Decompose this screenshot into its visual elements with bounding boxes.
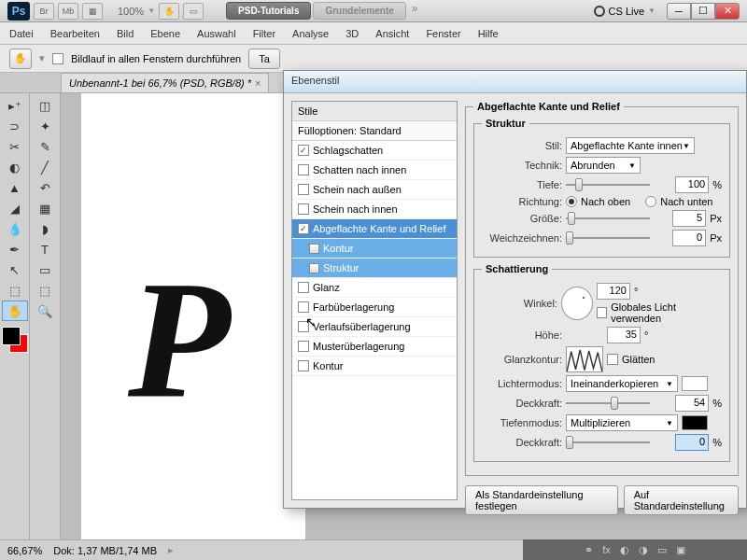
check-icon[interactable] (298, 184, 309, 195)
stamp-tool[interactable]: ▲ (2, 177, 28, 198)
shadow-color[interactable] (682, 415, 708, 430)
style-muster[interactable]: Musterüberlagerung (292, 337, 457, 357)
type-tool[interactable]: T (32, 239, 58, 259)
reset-default-button[interactable]: Auf Standardeinstellung (624, 485, 739, 515)
technik-select[interactable]: Abrunden▼ (566, 157, 641, 174)
check-icon[interactable] (298, 164, 309, 175)
close-tab-icon[interactable]: × (255, 77, 261, 89)
fill-options[interactable]: Fülloptionen: Standard (292, 121, 457, 141)
deck1-input[interactable]: 54 (675, 395, 709, 412)
bridge-btn[interactable]: Br (34, 3, 54, 20)
zoom-tool[interactable]: 🔍 (32, 301, 58, 321)
maximize-button[interactable]: ☐ (691, 3, 715, 20)
lichter-select[interactable]: Ineinanderkopieren▼ (566, 375, 678, 392)
adjustment-icon[interactable]: ◑ (639, 544, 648, 556)
dodge-tool[interactable]: ◗ (32, 218, 58, 239)
tiefe-input[interactable]: 100 (675, 176, 709, 193)
check-icon[interactable] (298, 203, 309, 215)
close-button[interactable]: ✕ (715, 3, 740, 20)
wand-tool[interactable]: ✦ (32, 116, 58, 136)
stil-select[interactable]: Abgeflachte Kante innen▼ (566, 137, 695, 154)
menu-filter[interactable]: Filter (253, 28, 275, 39)
screen-mode-btn[interactable]: ▭ (183, 3, 204, 20)
style-kontur2[interactable]: Kontur (292, 357, 457, 376)
menu-auswahl[interactable]: Auswahl (197, 28, 236, 39)
radio-down[interactable] (645, 196, 656, 207)
style-verlauf[interactable]: Verlaufsüberlagerung (292, 317, 457, 337)
contour-picker[interactable] (566, 346, 603, 372)
history-brush-tool[interactable]: ↶ (32, 177, 58, 198)
workspace-tab-inactive[interactable]: Grundelemente (313, 2, 405, 20)
style-kontur-sub[interactable]: Kontur (292, 239, 457, 259)
check-icon[interactable] (298, 301, 309, 313)
more-workspaces-icon[interactable]: » (412, 2, 418, 20)
3d-tool[interactable]: ⬚ (2, 280, 28, 301)
menu-bild[interactable]: Bild (117, 28, 134, 39)
minimize-button[interactable]: ─ (667, 3, 691, 20)
hoehe-input[interactable]: 35 (607, 327, 641, 343)
new-layer-icon[interactable]: ▣ (676, 544, 685, 556)
minibridge-btn[interactable]: Mb (58, 3, 78, 20)
folder-icon[interactable]: ▭ (657, 544, 667, 556)
gradient-tool[interactable]: ▦ (32, 198, 58, 218)
check-icon[interactable] (298, 341, 309, 352)
check-icon[interactable] (298, 223, 309, 234)
menu-analyse[interactable]: Analyse (292, 28, 329, 39)
scroll-all-checkbox[interactable] (52, 53, 63, 64)
deck2-slider[interactable] (566, 435, 671, 450)
check-icon[interactable] (298, 282, 309, 293)
check-icon[interactable] (298, 360, 309, 371)
angle-widget[interactable] (561, 287, 593, 320)
hand-tool[interactable]: ✋ (2, 301, 28, 321)
global-light-check[interactable] (597, 307, 607, 318)
groesse-slider[interactable] (566, 211, 669, 226)
3d-camera-tool[interactable]: ⬚ (32, 280, 58, 301)
cslive-label[interactable]: CS Live (609, 6, 645, 17)
zoom-percent[interactable]: 100% (118, 6, 144, 17)
heal-tool[interactable]: ◐ (2, 157, 28, 177)
styles-header[interactable]: Stile (292, 102, 457, 121)
menu-bearbeiten[interactable]: Bearbeiten (50, 28, 100, 39)
hand-tool-icon[interactable]: ✋ (9, 49, 32, 69)
eyedropper-tool[interactable]: ✎ (32, 136, 58, 157)
view-extras-btn[interactable]: ▦ (82, 3, 103, 20)
check-icon[interactable] (298, 321, 309, 332)
link-icon[interactable]: ⚭ (585, 544, 593, 556)
menu-fenster[interactable]: Fenster (426, 28, 460, 39)
weich-input[interactable]: 0 (672, 230, 706, 246)
winkel-input[interactable]: 120 (597, 283, 630, 300)
style-farbueberlagerung[interactable]: Farbüberlagerung (292, 298, 457, 317)
pen-tool[interactable]: ✒ (2, 239, 28, 259)
menu-3d[interactable]: 3D (345, 28, 359, 39)
menu-ansicht[interactable]: Ansicht (375, 28, 409, 39)
status-docsize[interactable]: Dok: 1,37 MB/1,74 MB (53, 545, 157, 556)
move-tool[interactable]: ▸⁺ (2, 95, 28, 116)
glaetten-check[interactable] (607, 354, 618, 365)
style-schein-aussen[interactable]: Schein nach außen (292, 180, 457, 200)
eraser-tool[interactable]: ◢ (2, 198, 28, 218)
canvas[interactable]: P (81, 93, 305, 560)
crop-tool[interactable]: ✂ (2, 136, 28, 157)
brush-tool[interactable]: ╱ (32, 157, 58, 177)
fx-icon[interactable]: fx (602, 544, 611, 555)
style-glanz[interactable]: Glanz (292, 278, 457, 298)
status-zoom[interactable]: 66,67% (7, 545, 42, 556)
highlight-color[interactable] (682, 376, 708, 391)
tiefen-select[interactable]: Multiplizieren▼ (566, 414, 678, 431)
mask-icon[interactable]: ◐ (620, 544, 629, 556)
fg-color-swatch[interactable] (2, 327, 21, 345)
style-bevel-selected[interactable]: Abgeflachte Kante und Relief (292, 219, 457, 239)
dialog-title[interactable]: Ebenenstil (284, 71, 746, 93)
marquee-tool[interactable]: ◫ (32, 95, 58, 116)
deck1-slider[interactable] (566, 396, 671, 411)
color-swatches[interactable] (2, 327, 28, 357)
menu-hilfe[interactable]: Hilfe (478, 28, 499, 39)
groesse-input[interactable]: 5 (672, 210, 706, 227)
menu-datei[interactable]: Datei (9, 28, 34, 39)
check-icon[interactable] (298, 145, 309, 156)
menu-ebene[interactable]: Ebene (150, 28, 180, 39)
style-schein-innen[interactable]: Schein nach innen (292, 200, 457, 219)
deck2-input[interactable]: 0 (675, 434, 709, 451)
workspace-tab-active[interactable]: PSD-Tutorials (226, 2, 311, 20)
shape-tool[interactable]: ▭ (32, 259, 58, 280)
